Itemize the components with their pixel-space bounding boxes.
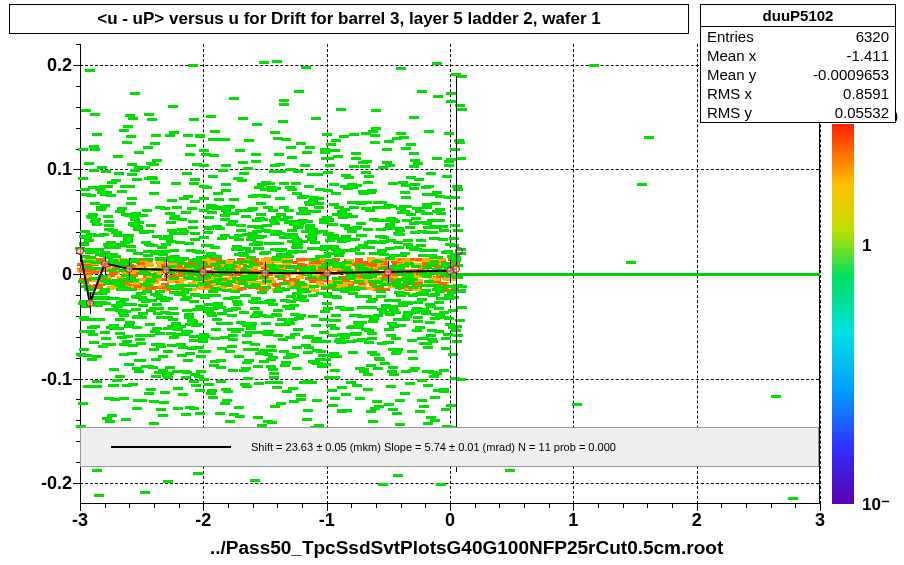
x-tick-label: 1 — [568, 510, 578, 531]
colorbar: 10⁻1 — [832, 124, 854, 504]
y-tick-label: -0.2 — [41, 473, 72, 494]
x-tick-label: -2 — [195, 510, 211, 531]
y-tick-label: 0.2 — [47, 54, 72, 75]
fit-marker — [101, 260, 109, 268]
fit-marker — [261, 269, 269, 277]
y-tick-label: -0.1 — [41, 368, 72, 389]
legend-line-icon — [111, 446, 231, 448]
y-tick-label: 0 — [62, 264, 72, 285]
fit-legend: Shift = 23.63 ± 0.05 (mkm) Slope = 5.74 … — [80, 427, 819, 467]
fit-marker — [323, 269, 331, 277]
x-tick-label: -1 — [319, 510, 335, 531]
green-band — [456, 273, 820, 276]
x-tick-label: -3 — [72, 510, 88, 531]
stats-row: RMS x0.8591 — [701, 84, 895, 103]
stats-name: duuP5102 — [701, 5, 895, 27]
chart-title: <u - uP> versus u for Drift for barrel 3… — [9, 4, 689, 34]
fit-marker — [76, 247, 84, 255]
stats-row: Mean x-1.411 — [701, 46, 895, 65]
colorbar-tick-label: 1 — [862, 236, 871, 256]
colorbar-tick-label: 10⁻ — [862, 494, 890, 515]
stats-row: RMS y0.05532 — [701, 103, 895, 122]
file-path-label: ../Pass50_TpcSsdSvtPlotsG40G100NFP25rCut… — [210, 537, 723, 559]
stats-row: Entries6320 — [701, 27, 895, 46]
x-tick-label: 0 — [445, 510, 455, 531]
legend-text: Shift = 23.63 ± 0.05 (mkm) Slope = 5.74 … — [251, 441, 616, 453]
x-tick-label: 2 — [692, 510, 702, 531]
fit-marker — [452, 265, 460, 273]
stats-box: duuP5102 Entries6320 Mean x-1.411 Mean y… — [700, 4, 896, 123]
stats-row: Mean y-0.0009653 — [701, 65, 895, 84]
y-tick-label: 0.1 — [47, 159, 72, 180]
x-tick-label: 3 — [815, 510, 825, 531]
